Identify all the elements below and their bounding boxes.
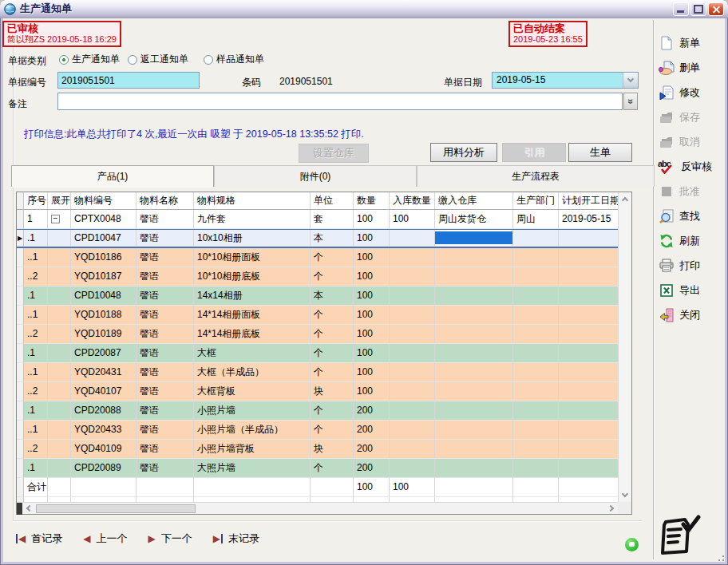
table-row[interactable]: ▶.1CPD10047謦语10x10相册本100 xyxy=(17,229,618,248)
table-row[interactable]: 1−CPTX0048謦语九件套套100100周山发货仓周山2019-05-15 xyxy=(17,210,618,229)
table-row[interactable]: ..2YQD10189謦语14*14相册底板个100 xyxy=(17,325,618,344)
cell-seq[interactable]: ..2 xyxy=(24,382,48,401)
cell-exp[interactable]: − xyxy=(48,210,71,229)
cell-date[interactable] xyxy=(559,286,618,306)
cell-seq[interactable]: .1 xyxy=(24,459,48,478)
material-analysis-button[interactable]: 用料分析 xyxy=(430,143,497,162)
cell-inqty[interactable] xyxy=(390,363,435,382)
cell-unit[interactable]: 个 xyxy=(311,248,354,267)
cell-seq[interactable]: ..1 xyxy=(24,248,48,267)
cell-date[interactable] xyxy=(559,478,618,497)
column-header[interactable]: 物料编号 xyxy=(71,192,136,210)
cell-inqty[interactable] xyxy=(390,459,435,478)
cell-dept[interactable]: 周山 xyxy=(513,210,559,229)
cell-spec[interactable]: 10*10相册底板 xyxy=(194,267,311,286)
cell-inqty[interactable] xyxy=(390,306,435,325)
cell-seq[interactable]: ..2 xyxy=(24,325,48,344)
column-header[interactable]: 展开 xyxy=(48,192,71,210)
sidebar-print-button[interactable]: 打印 xyxy=(658,253,725,278)
cell-code[interactable]: CPD20087 xyxy=(71,344,136,363)
cell-spec[interactable]: 14*14相册面板 xyxy=(194,306,311,325)
cell-name[interactable]: 謦语 xyxy=(136,344,194,363)
cell-wh[interactable] xyxy=(435,286,513,306)
cell-inqty[interactable] xyxy=(390,325,435,344)
cell-name[interactable]: 謦语 xyxy=(136,421,194,440)
cell-qty[interactable]: 100 xyxy=(354,478,390,497)
cell-unit[interactable]: 个 xyxy=(311,421,354,440)
table-row[interactable]: ..2YQD40107謦语大框背板块100 xyxy=(17,382,618,401)
cell-wh[interactable]: 周山发货仓 xyxy=(435,210,513,229)
sidebar-delete-button[interactable]: 删单 xyxy=(658,55,725,80)
cell-unit[interactable]: 个 xyxy=(311,306,354,325)
nav-first-button[interactable]: ◀首记录 xyxy=(16,531,62,546)
table-row[interactable]: ..1YQD10186謦语10*10相册面板个100 xyxy=(17,248,618,267)
cell-spec[interactable]: 大框背板 xyxy=(194,382,311,401)
table-row[interactable]: .1CPD10048謦语14x14相册本100 xyxy=(17,286,618,306)
cell-unit[interactable]: 个 xyxy=(311,344,354,363)
column-header[interactable]: 数量 xyxy=(354,192,390,210)
cell-code[interactable]: YQD20433 xyxy=(71,421,136,440)
tab-1[interactable]: 产品(1) xyxy=(11,165,214,187)
table-row[interactable]: ..1YQD20431謦语大框（半成品）个100 xyxy=(17,363,618,382)
cell-dept[interactable] xyxy=(513,248,559,267)
cell-code[interactable]: CPTX0048 xyxy=(71,210,136,229)
cell-seq[interactable]: ..2 xyxy=(24,267,48,286)
cell-qty[interactable]: 200 xyxy=(354,401,390,421)
nav-last-button[interactable]: ▶末记录 xyxy=(213,531,259,546)
cell-date[interactable] xyxy=(559,248,618,267)
cell-name[interactable]: 謦语 xyxy=(136,363,194,382)
cell-exp[interactable] xyxy=(48,363,71,382)
cell-inqty[interactable] xyxy=(390,230,435,247)
cell-name[interactable]: 謦语 xyxy=(136,440,194,459)
cell-code[interactable]: CPD20088 xyxy=(71,401,136,421)
cell-exp[interactable] xyxy=(48,421,71,440)
scroll-up-icon[interactable] xyxy=(619,192,631,206)
cell-code[interactable]: YQD10188 xyxy=(71,306,136,325)
cell-exp[interactable] xyxy=(48,306,71,325)
sidebar-new-button[interactable]: 新单 xyxy=(658,30,725,55)
table-row[interactable]: ..1YQD20433謦语小照片墙（半成品）个200 xyxy=(17,421,618,440)
cell-wh[interactable] xyxy=(435,230,513,247)
cell-code[interactable]: CPD20089 xyxy=(71,459,136,478)
cell-name[interactable]: 謦语 xyxy=(136,286,194,306)
cell-wh[interactable] xyxy=(435,363,513,382)
cell-spec[interactable]: 大框 xyxy=(194,344,311,363)
cell-seq[interactable]: 1 xyxy=(24,210,48,229)
cell-dept[interactable] xyxy=(513,478,559,497)
cell-qty[interactable]: 100 xyxy=(354,248,390,267)
column-header[interactable]: 物料规格 xyxy=(194,192,311,210)
cell-dept[interactable] xyxy=(513,459,559,478)
cell-wh[interactable] xyxy=(435,440,513,459)
sidebar-unaudit-button[interactable]: abc反审核 xyxy=(658,154,725,179)
cell-unit[interactable]: 个 xyxy=(311,267,354,286)
cell-seq[interactable]: .1 xyxy=(24,230,48,247)
cell-name[interactable]: 謦语 xyxy=(136,325,194,344)
cell-exp[interactable] xyxy=(48,382,71,401)
cell-date[interactable] xyxy=(559,440,618,459)
cell-spec[interactable]: 大框（半成品） xyxy=(194,363,311,382)
nav-next-button[interactable]: ▶下一个 xyxy=(148,531,192,546)
cell-exp[interactable] xyxy=(48,440,71,459)
cell-date[interactable] xyxy=(559,230,618,247)
cell-date[interactable] xyxy=(559,382,618,401)
sidebar-export-button[interactable]: 导出 xyxy=(658,278,725,302)
cell-dept[interactable] xyxy=(513,325,559,344)
cell-name[interactable]: 謦语 xyxy=(136,248,194,267)
cell-code[interactable]: YQD40109 xyxy=(71,440,136,459)
cell-spec[interactable]: 九件套 xyxy=(194,210,311,229)
cell-seq[interactable]: .1 xyxy=(24,286,48,306)
cell-code[interactable]: YQD20431 xyxy=(71,363,136,382)
cell-inqty[interactable] xyxy=(390,401,435,421)
cell-name[interactable]: 謦语 xyxy=(136,401,194,421)
cell-qty[interactable]: 100 xyxy=(354,344,390,363)
cell-dept[interactable] xyxy=(513,230,559,247)
scroll-down-icon[interactable] xyxy=(619,488,631,502)
cell-date[interactable] xyxy=(559,344,618,363)
remark-input[interactable] xyxy=(57,93,623,110)
radio-option-1[interactable]: 生产通知单 xyxy=(59,53,120,66)
cell-seq[interactable]: ..2 xyxy=(24,440,48,459)
horizontal-scrollbar[interactable] xyxy=(17,502,618,514)
table-row[interactable]: ..2YQD10187謦语10*10相册底板个100 xyxy=(17,267,618,286)
cell-spec[interactable]: 10*10相册面板 xyxy=(194,248,311,267)
cell-exp[interactable] xyxy=(48,267,71,286)
